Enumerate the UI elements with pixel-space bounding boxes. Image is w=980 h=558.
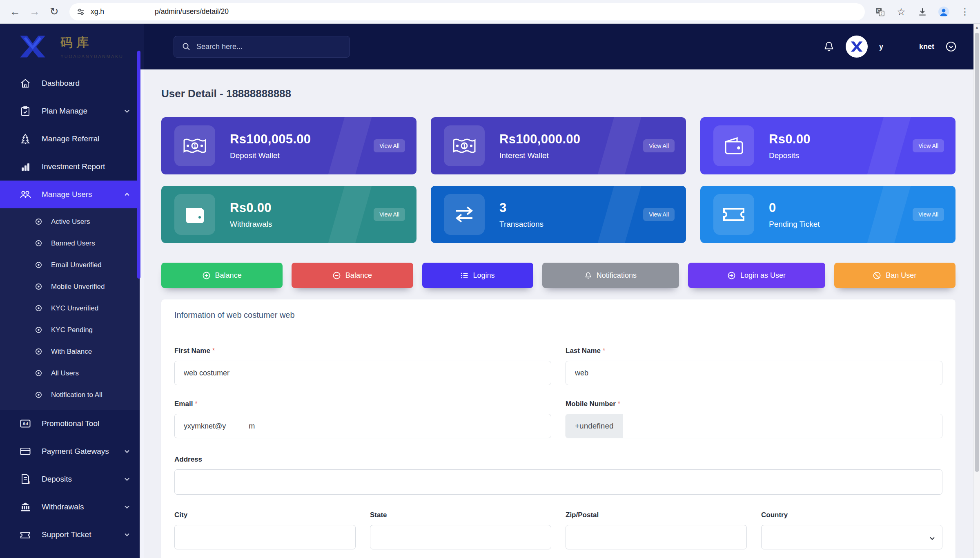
brand-subtitle: YUOADANYUANMAKU xyxy=(60,54,123,59)
sidebar-item-investment-report[interactable]: Investment Report xyxy=(0,153,144,181)
view-all-button[interactable]: View All xyxy=(374,139,405,152)
page-scrollbar-thumb[interactable] xyxy=(975,33,979,472)
zip-postal-label: Zip/Postal xyxy=(566,511,599,519)
sidebar-item-payment-gateways[interactable]: Payment Gateways xyxy=(0,437,144,465)
sidebar-item-manage-users[interactable]: Manage Users xyxy=(0,181,144,208)
browser-reload-button[interactable]: ↻ xyxy=(46,3,63,20)
view-all-button[interactable]: View All xyxy=(643,139,675,152)
sidebar-item-withdrawals[interactable]: Withdrawals xyxy=(0,493,144,521)
submenu-item-active-users[interactable]: Active Users xyxy=(0,211,144,232)
first-name-input[interactable] xyxy=(174,361,551,385)
user-avatar[interactable] xyxy=(846,36,868,58)
submenu-item-email-unverified[interactable]: Email Unverified xyxy=(0,254,144,276)
sidebar-item-manage-referral[interactable]: Manage Referral xyxy=(0,125,144,153)
sidebar-item-promotional-tool[interactable]: Ad Promotional Tool xyxy=(0,410,144,437)
sidebar-item-support-ticket[interactable]: Support Ticket xyxy=(0,521,144,549)
translate-icon[interactable]: G文 xyxy=(871,3,889,20)
ban-user-button[interactable]: Ban User xyxy=(834,263,956,288)
card-label: Deposit Wallet xyxy=(230,151,311,160)
page-scrollbar[interactable]: ▲ xyxy=(973,24,980,558)
dot-circle-icon xyxy=(35,391,42,398)
view-all-button[interactable]: View All xyxy=(913,139,944,152)
city-label: City xyxy=(174,511,187,519)
brand-logo[interactable]: 码库 YUOADANYUANMAKU xyxy=(0,24,144,69)
address-input[interactable] xyxy=(174,469,942,495)
search-box[interactable] xyxy=(174,36,350,58)
sidebar-item-label: Withdrawals xyxy=(42,502,84,511)
view-all-button[interactable]: View All xyxy=(643,208,675,221)
required-marker: * xyxy=(212,347,215,354)
site-info-icon[interactable] xyxy=(77,8,85,16)
dot-circle-icon xyxy=(35,370,42,377)
address-bar[interactable]: xg.h p/admin/users/detail/20 xyxy=(69,3,865,20)
button-label: Ban User xyxy=(886,271,916,280)
card-interest-wallet: 1 Rs100,000.00 Interest Wallet View All xyxy=(431,117,686,174)
browser-profile-avatar[interactable] xyxy=(935,3,952,20)
svg-text:Ad: Ad xyxy=(22,422,28,426)
stat-cards: 1 Rs100,005.00 Deposit Wallet View All 1… xyxy=(161,117,956,243)
button-label: Logins xyxy=(473,271,495,280)
submenu-item-all-users[interactable]: All Users xyxy=(0,362,144,384)
card-label: Withdrawals xyxy=(230,220,272,229)
state-input[interactable] xyxy=(370,525,551,549)
ticket-icon xyxy=(713,194,754,235)
browser-forward-button[interactable]: → xyxy=(26,3,43,20)
submenu-item-mobile-unverified[interactable]: Mobile Unverified xyxy=(0,276,144,297)
browser-back-button[interactable]: ← xyxy=(7,3,24,20)
submenu-item-with-balance[interactable]: With Balance xyxy=(0,341,144,362)
browser-chrome: ← → ↻ xg.h p/admin/users/detail/20 G文 ☆ … xyxy=(0,0,980,24)
card-label: Deposits xyxy=(769,151,811,160)
last-name-input[interactable] xyxy=(566,361,942,385)
browser-menu-icon[interactable]: ⋮ xyxy=(956,3,973,20)
sidebar-item-dashboard[interactable]: Dashboard xyxy=(0,69,144,97)
card-label: Pending Ticket xyxy=(769,220,820,229)
dot-circle-icon xyxy=(35,348,42,355)
sidebar-item-label: Payment Gateways xyxy=(42,447,109,456)
wallet-filled-icon xyxy=(174,194,215,235)
submenu-label: With Balance xyxy=(51,348,92,356)
avatar-logo-icon xyxy=(850,41,864,52)
card-value: Rs100,000.00 xyxy=(499,132,580,147)
user-info-panel: Information of web costumer web First Na… xyxy=(161,299,956,558)
submenu-label: Mobile Unverified xyxy=(51,283,105,291)
chevron-up-icon xyxy=(124,192,130,196)
logins-button[interactable]: Logins xyxy=(422,263,533,288)
bookmark-star-icon[interactable]: ☆ xyxy=(893,3,910,20)
view-all-button[interactable]: View All xyxy=(913,208,944,221)
submenu-item-banned-users[interactable]: Banned Users xyxy=(0,232,144,254)
dot-circle-icon xyxy=(35,218,42,225)
scroll-up-arrow[interactable]: ▲ xyxy=(974,24,980,31)
notifications-button[interactable]: Notifications xyxy=(542,263,679,288)
country-select[interactable] xyxy=(761,525,942,549)
zip-postal-input[interactable] xyxy=(566,525,747,549)
view-all-button[interactable]: View All xyxy=(374,208,405,221)
submenu-item-notification-to-all[interactable]: Notification to All xyxy=(0,384,144,406)
money-bill-icon: 1 xyxy=(174,125,215,166)
login-as-user-button[interactable]: Login as User xyxy=(688,263,825,288)
sidebar-scrollbar-thumb[interactable] xyxy=(137,51,140,279)
dot-circle-icon xyxy=(35,261,42,268)
submenu-item-kyc-pending[interactable]: KYC Pending xyxy=(0,319,144,341)
search-input[interactable] xyxy=(196,42,341,51)
panel-title: Information of web costumer web xyxy=(161,299,956,331)
email-input[interactable]: yxymknet@y m xyxy=(174,414,551,438)
sidebar-item-deposits[interactable]: $ Deposits xyxy=(0,465,144,493)
card-value: Rs100,005.00 xyxy=(230,132,311,147)
user-menu-chevron-icon[interactable] xyxy=(946,41,956,52)
city-input[interactable] xyxy=(174,525,356,549)
add-balance-button[interactable]: Balance xyxy=(161,263,283,288)
bank-icon xyxy=(20,502,31,512)
sidebar-item-plan-manage[interactable]: Plan Manage xyxy=(0,97,144,125)
svg-text:文: 文 xyxy=(880,12,883,16)
money-bill-icon: 1 xyxy=(444,125,485,166)
subtract-balance-button[interactable]: Balance xyxy=(292,263,413,288)
button-label: Notifications xyxy=(597,271,637,280)
required-marker: * xyxy=(195,400,197,407)
submenu-item-kyc-unverified[interactable]: KYC Unverified xyxy=(0,297,144,319)
notification-bell-icon[interactable] xyxy=(824,41,834,52)
tree-icon xyxy=(20,134,31,144)
download-icon[interactable] xyxy=(914,3,931,20)
submenu-label: KYC Unverified xyxy=(51,304,98,312)
mobile-number-input[interactable] xyxy=(623,414,942,438)
login-arrow-icon xyxy=(728,272,735,279)
